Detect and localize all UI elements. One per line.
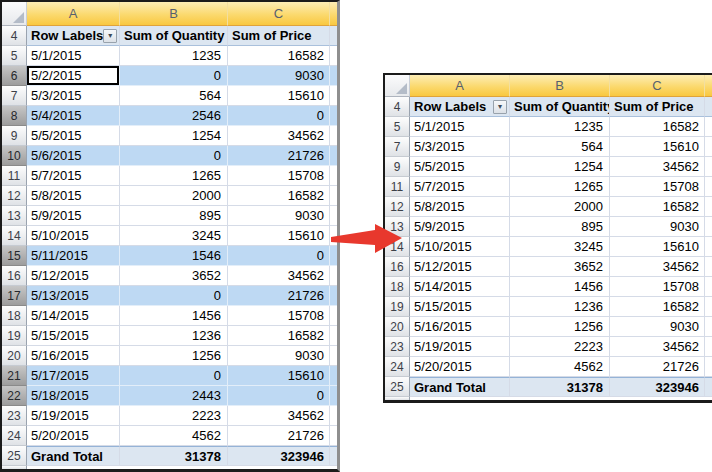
row-header-18[interactable]: 18 — [2, 306, 27, 326]
cell-quantity[interactable]: 1256 — [120, 346, 228, 366]
row-header-7[interactable]: 7 — [385, 137, 410, 157]
cell-quantity[interactable]: 2000 — [510, 197, 610, 217]
row-header-12[interactable]: 12 — [2, 186, 27, 206]
row-header-5[interactable]: 5 — [385, 117, 410, 137]
cell-date[interactable]: 5/11/2015 — [27, 246, 120, 266]
row-header-15[interactable]: 15 — [2, 246, 27, 266]
cell-price[interactable]: 16582 — [610, 197, 705, 217]
row-header-21[interactable]: 21 — [2, 366, 27, 386]
cell-price[interactable]: 16582 — [228, 46, 330, 66]
cell-sum-of-quantity-header[interactable]: Sum of Quantity — [120, 26, 228, 46]
cell-quantity[interactable]: 0 — [120, 66, 228, 86]
column-header-a[interactable]: A — [27, 2, 120, 26]
row-header-6[interactable]: 6 — [2, 66, 27, 86]
active-cell-date[interactable]: 5/2/2015 — [27, 66, 120, 86]
cell-quantity[interactable]: 564 — [120, 86, 228, 106]
cell-date[interactable]: 5/5/2015 — [410, 157, 510, 177]
cell-quantity[interactable]: 0 — [120, 286, 228, 306]
column-header-b[interactable]: B — [510, 75, 610, 97]
cell-date[interactable]: 5/12/2015 — [27, 266, 120, 286]
row-header-23[interactable]: 23 — [2, 406, 27, 426]
cell-date[interactable]: 5/15/2015 — [27, 326, 120, 346]
cell-price[interactable]: 15708 — [610, 177, 705, 197]
cell-quantity[interactable]: 2546 — [120, 106, 228, 126]
select-all-corner[interactable] — [385, 75, 410, 97]
cell-price[interactable]: 15610 — [610, 237, 705, 257]
cell-quantity[interactable]: 2443 — [120, 386, 228, 406]
cell-date[interactable]: 5/8/2015 — [410, 197, 510, 217]
cell-date[interactable]: 5/1/2015 — [27, 46, 120, 66]
row-header-11[interactable]: 11 — [2, 166, 27, 186]
row-header-8[interactable]: 8 — [2, 106, 27, 126]
row-header-20[interactable]: 20 — [2, 346, 27, 366]
row-header-12[interactable]: 12 — [385, 197, 410, 217]
cell-grand-total-label[interactable]: Grand Total — [410, 377, 510, 397]
cell-date[interactable]: 5/3/2015 — [410, 137, 510, 157]
row-header-14[interactable]: 14 — [2, 226, 27, 246]
row-header-11[interactable]: 11 — [385, 177, 410, 197]
cell-row-labels[interactable]: Row Labels▾ — [410, 97, 510, 117]
cell-date[interactable]: 5/1/2015 — [410, 117, 510, 137]
row-header-25[interactable]: 25 — [2, 446, 27, 466]
cell-price[interactable]: 15610 — [228, 86, 330, 106]
cell-price[interactable]: 15610 — [228, 366, 330, 386]
cell-quantity[interactable]: 0 — [120, 366, 228, 386]
cell-price[interactable]: 15708 — [228, 306, 330, 326]
cell-quantity[interactable]: 1235 — [120, 46, 228, 66]
cell-price[interactable]: 9030 — [610, 217, 705, 237]
cell-date[interactable]: 5/10/2015 — [410, 237, 510, 257]
cell-price[interactable]: 9030 — [228, 66, 330, 86]
cell-price[interactable]: 16582 — [228, 326, 330, 346]
cell-date[interactable]: 5/15/2015 — [410, 297, 510, 317]
row-header-17[interactable]: 17 — [2, 286, 27, 306]
row-header-19[interactable]: 19 — [2, 326, 27, 346]
cell-quantity[interactable]: 1456 — [510, 277, 610, 297]
row-header-23[interactable]: 23 — [385, 337, 410, 357]
row-header-22[interactable]: 22 — [2, 386, 27, 406]
cell-row-labels[interactable]: Row Labels▾ — [27, 26, 120, 46]
row-header-5[interactable]: 5 — [2, 46, 27, 66]
cell-price[interactable]: 15610 — [610, 137, 705, 157]
column-header-c[interactable]: C — [610, 75, 705, 97]
cell-sum-of-price-header[interactable]: Sum of Price — [228, 26, 330, 46]
cell-price[interactable]: 0 — [228, 246, 330, 266]
cell-quantity[interactable]: 564 — [510, 137, 610, 157]
cell-quantity[interactable]: 3245 — [510, 237, 610, 257]
row-header-9[interactable]: 9 — [385, 157, 410, 177]
cell-price[interactable]: 34562 — [228, 266, 330, 286]
cell-quantity[interactable]: 3245 — [120, 226, 228, 246]
cell-date[interactable]: 5/12/2015 — [410, 257, 510, 277]
cell-quantity[interactable]: 2223 — [510, 337, 610, 357]
cell-date[interactable]: 5/20/2015 — [410, 357, 510, 377]
cell-price[interactable]: 34562 — [228, 126, 330, 146]
select-all-corner[interactable] — [2, 2, 27, 26]
cell-quantity[interactable]: 1265 — [510, 177, 610, 197]
cell-price[interactable]: 34562 — [228, 406, 330, 426]
cell-grand-total-price[interactable]: 323946 — [610, 377, 705, 397]
row-header-4[interactable]: 4 — [385, 97, 410, 117]
cell-grand-total-quantity[interactable]: 31378 — [120, 446, 228, 466]
cell-quantity[interactable]: 1235 — [510, 117, 610, 137]
cell-price[interactable]: 21726 — [228, 146, 330, 166]
cell-grand-total-price[interactable]: 323946 — [228, 446, 330, 466]
row-header-19[interactable]: 19 — [385, 297, 410, 317]
cell-date[interactable]: 5/9/2015 — [410, 217, 510, 237]
cell-date[interactable]: 5/6/2015 — [27, 146, 120, 166]
cell-quantity[interactable]: 3652 — [510, 257, 610, 277]
cell-price[interactable]: 21726 — [228, 426, 330, 446]
cell-price[interactable]: 34562 — [610, 157, 705, 177]
cell-price[interactable]: 16582 — [610, 297, 705, 317]
cell-price[interactable]: 16582 — [610, 117, 705, 137]
cell-quantity[interactable]: 1456 — [120, 306, 228, 326]
cell-quantity[interactable]: 0 — [120, 146, 228, 166]
row-header-7[interactable]: 7 — [2, 86, 27, 106]
cell-price[interactable]: 0 — [228, 106, 330, 126]
cell-price[interactable]: 16582 — [228, 186, 330, 206]
cell-quantity[interactable]: 895 — [120, 206, 228, 226]
cell-price[interactable]: 34562 — [610, 337, 705, 357]
cell-date[interactable]: 5/19/2015 — [27, 406, 120, 426]
cell-date[interactable]: 5/13/2015 — [27, 286, 120, 306]
row-header-16[interactable]: 16 — [385, 257, 410, 277]
cell-date[interactable]: 5/5/2015 — [27, 126, 120, 146]
row-header-13[interactable]: 13 — [2, 206, 27, 226]
